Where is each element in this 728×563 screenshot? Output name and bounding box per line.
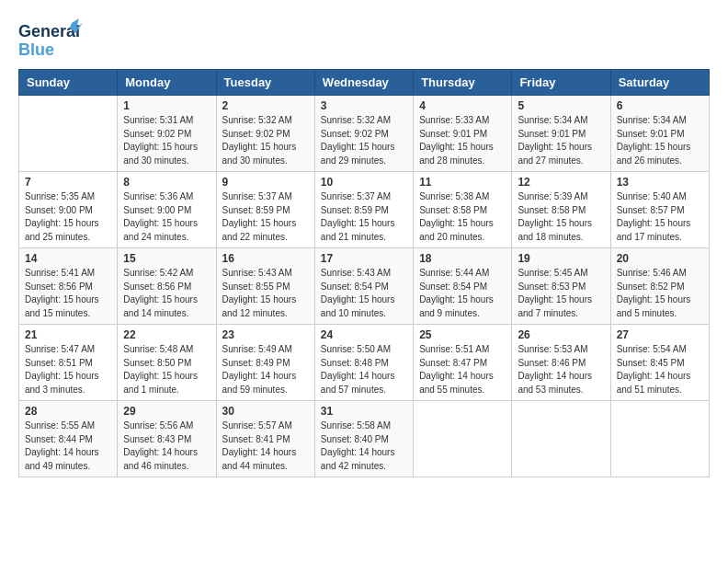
cell-content: Sunrise: 5:37 AM Sunset: 8:59 PM Dayligh… <box>222 190 309 244</box>
cell-content: Sunrise: 5:50 AM Sunset: 8:48 PM Dayligh… <box>321 343 407 396</box>
calendar-cell: 10Sunrise: 5:37 AM Sunset: 8:59 PM Dayli… <box>314 172 413 248</box>
cell-content: Sunrise: 5:55 AM Sunset: 8:44 PM Dayligh… <box>25 419 111 473</box>
page-header: GeneralBlue <box>18 18 710 60</box>
svg-text:Blue: Blue <box>18 40 54 59</box>
calendar-cell: 28Sunrise: 5:55 AM Sunset: 8:44 PM Dayli… <box>19 401 118 477</box>
calendar-cell: 13Sunrise: 5:40 AM Sunset: 8:57 PM Dayli… <box>610 172 709 248</box>
cell-content: Sunrise: 5:32 AM Sunset: 9:02 PM Dayligh… <box>321 114 407 167</box>
day-number: 19 <box>518 252 604 265</box>
day-number: 27 <box>617 328 703 341</box>
day-number: 2 <box>222 99 309 112</box>
calendar-cell <box>19 96 118 172</box>
day-header-sunday: Sunday <box>19 70 118 96</box>
calendar-cell: 18Sunrise: 5:44 AM Sunset: 8:54 PM Dayli… <box>414 248 512 325</box>
cell-content: Sunrise: 5:45 AM Sunset: 8:53 PM Dayligh… <box>518 267 604 320</box>
day-number: 13 <box>617 176 703 189</box>
cell-content: Sunrise: 5:49 AM Sunset: 8:49 PM Dayligh… <box>222 343 309 396</box>
cell-content: Sunrise: 5:39 AM Sunset: 8:58 PM Dayligh… <box>518 190 604 244</box>
cell-content: Sunrise: 5:34 AM Sunset: 9:01 PM Dayligh… <box>518 114 604 167</box>
calendar-cell: 20Sunrise: 5:46 AM Sunset: 8:52 PM Dayli… <box>610 248 709 325</box>
cell-content: Sunrise: 5:47 AM Sunset: 8:51 PM Dayligh… <box>25 343 111 396</box>
logo: GeneralBlue <box>18 18 83 60</box>
cell-content: Sunrise: 5:57 AM Sunset: 8:41 PM Dayligh… <box>222 419 309 473</box>
day-number: 24 <box>321 328 407 341</box>
day-number: 8 <box>123 176 210 189</box>
day-number: 26 <box>518 328 604 341</box>
day-number: 30 <box>222 405 309 418</box>
calendar-cell: 6Sunrise: 5:34 AM Sunset: 9:01 PM Daylig… <box>610 96 709 172</box>
cell-content: Sunrise: 5:43 AM Sunset: 8:54 PM Dayligh… <box>321 267 407 320</box>
day-number: 1 <box>123 99 210 112</box>
cell-content: Sunrise: 5:43 AM Sunset: 8:55 PM Dayligh… <box>222 267 309 320</box>
calendar-cell: 14Sunrise: 5:41 AM Sunset: 8:56 PM Dayli… <box>19 248 118 325</box>
cell-content: Sunrise: 5:53 AM Sunset: 8:46 PM Dayligh… <box>518 343 604 396</box>
calendar-header: SundayMondayTuesdayWednesdayThursdayFrid… <box>19 70 710 96</box>
calendar-cell: 30Sunrise: 5:57 AM Sunset: 8:41 PM Dayli… <box>216 401 314 477</box>
cell-content: Sunrise: 5:51 AM Sunset: 8:47 PM Dayligh… <box>419 343 506 396</box>
cell-content: Sunrise: 5:32 AM Sunset: 9:02 PM Dayligh… <box>222 114 309 167</box>
cell-content: Sunrise: 5:33 AM Sunset: 9:01 PM Dayligh… <box>419 114 506 167</box>
day-number: 23 <box>222 328 309 341</box>
day-number: 28 <box>25 405 111 418</box>
calendar-cell: 9Sunrise: 5:37 AM Sunset: 8:59 PM Daylig… <box>216 172 314 248</box>
day-header-monday: Monday <box>118 70 216 96</box>
calendar-cell: 25Sunrise: 5:51 AM Sunset: 8:47 PM Dayli… <box>414 325 512 401</box>
cell-content: Sunrise: 5:40 AM Sunset: 8:57 PM Dayligh… <box>617 190 703 244</box>
day-header-thursday: Thursday <box>414 70 512 96</box>
calendar-week-row: 7Sunrise: 5:35 AM Sunset: 9:00 PM Daylig… <box>19 172 710 248</box>
calendar-cell: 22Sunrise: 5:48 AM Sunset: 8:50 PM Dayli… <box>118 325 216 401</box>
cell-content: Sunrise: 5:36 AM Sunset: 9:00 PM Dayligh… <box>123 190 210 244</box>
cell-content: Sunrise: 5:34 AM Sunset: 9:01 PM Dayligh… <box>617 114 703 167</box>
day-number: 10 <box>321 176 407 189</box>
day-number: 16 <box>222 252 309 265</box>
cell-content: Sunrise: 5:38 AM Sunset: 8:58 PM Dayligh… <box>419 190 506 244</box>
calendar-cell: 16Sunrise: 5:43 AM Sunset: 8:55 PM Dayli… <box>216 248 314 325</box>
day-number: 9 <box>222 176 309 189</box>
calendar-cell: 27Sunrise: 5:54 AM Sunset: 8:45 PM Dayli… <box>610 325 709 401</box>
day-number: 22 <box>123 328 210 341</box>
days-of-week-row: SundayMondayTuesdayWednesdayThursdayFrid… <box>19 70 710 96</box>
day-number: 15 <box>123 252 210 265</box>
calendar-cell: 17Sunrise: 5:43 AM Sunset: 8:54 PM Dayli… <box>314 248 413 325</box>
cell-content: Sunrise: 5:54 AM Sunset: 8:45 PM Dayligh… <box>617 343 703 396</box>
day-number: 6 <box>617 99 703 112</box>
calendar-cell: 21Sunrise: 5:47 AM Sunset: 8:51 PM Dayli… <box>19 325 118 401</box>
calendar-cell: 11Sunrise: 5:38 AM Sunset: 8:58 PM Dayli… <box>414 172 512 248</box>
calendar-cell: 24Sunrise: 5:50 AM Sunset: 8:48 PM Dayli… <box>314 325 413 401</box>
calendar-week-row: 21Sunrise: 5:47 AM Sunset: 8:51 PM Dayli… <box>19 325 710 401</box>
day-number: 20 <box>617 252 703 265</box>
cell-content: Sunrise: 5:35 AM Sunset: 9:00 PM Dayligh… <box>25 190 111 244</box>
calendar-cell: 3Sunrise: 5:32 AM Sunset: 9:02 PM Daylig… <box>314 96 413 172</box>
calendar-cell: 26Sunrise: 5:53 AM Sunset: 8:46 PM Dayli… <box>512 325 610 401</box>
calendar-cell: 19Sunrise: 5:45 AM Sunset: 8:53 PM Dayli… <box>512 248 610 325</box>
day-number: 29 <box>123 405 210 418</box>
day-number: 5 <box>518 99 604 112</box>
day-number: 11 <box>419 176 506 189</box>
day-number: 7 <box>25 176 111 189</box>
calendar-cell: 2Sunrise: 5:32 AM Sunset: 9:02 PM Daylig… <box>216 96 314 172</box>
day-header-saturday: Saturday <box>610 70 709 96</box>
day-number: 14 <box>25 252 111 265</box>
calendar-cell: 31Sunrise: 5:58 AM Sunset: 8:40 PM Dayli… <box>314 401 413 477</box>
calendar-cell <box>414 401 512 477</box>
day-number: 12 <box>518 176 604 189</box>
calendar-cell: 1Sunrise: 5:31 AM Sunset: 9:02 PM Daylig… <box>118 96 216 172</box>
day-number: 31 <box>321 405 407 418</box>
day-header-wednesday: Wednesday <box>314 70 413 96</box>
day-number: 4 <box>419 99 506 112</box>
cell-content: Sunrise: 5:31 AM Sunset: 9:02 PM Dayligh… <box>123 114 210 167</box>
calendar-week-row: 28Sunrise: 5:55 AM Sunset: 8:44 PM Dayli… <box>19 401 710 477</box>
calendar-cell <box>610 401 709 477</box>
cell-content: Sunrise: 5:48 AM Sunset: 8:50 PM Dayligh… <box>123 343 210 396</box>
cell-content: Sunrise: 5:46 AM Sunset: 8:52 PM Dayligh… <box>617 267 703 320</box>
calendar-cell: 7Sunrise: 5:35 AM Sunset: 9:00 PM Daylig… <box>19 172 118 248</box>
calendar-table: SundayMondayTuesdayWednesdayThursdayFrid… <box>18 69 710 477</box>
calendar-cell: 23Sunrise: 5:49 AM Sunset: 8:49 PM Dayli… <box>216 325 314 401</box>
cell-content: Sunrise: 5:37 AM Sunset: 8:59 PM Dayligh… <box>321 190 407 244</box>
logo-svg: GeneralBlue <box>18 18 83 60</box>
day-number: 18 <box>419 252 506 265</box>
day-header-tuesday: Tuesday <box>216 70 314 96</box>
day-number: 17 <box>321 252 407 265</box>
calendar-cell <box>512 401 610 477</box>
calendar-cell: 8Sunrise: 5:36 AM Sunset: 9:00 PM Daylig… <box>118 172 216 248</box>
